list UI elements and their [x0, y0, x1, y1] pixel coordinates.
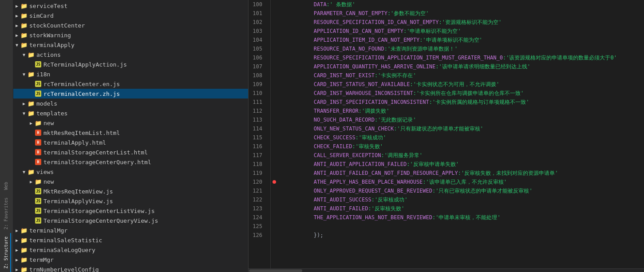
code-line: APPLICATION_QUANTITY_HAS_ARRIVE_ONLINE:'… — [275, 62, 644, 71]
tree-item-terminaSaleLogQuery[interactable]: ▶📁terminaSaleLogQuery — [13, 245, 248, 255]
line-number: 106 — [249, 53, 266, 62]
code-token: CALL_SERVER_EXCEPTION — [314, 151, 381, 160]
code-token: }); — [314, 231, 324, 240]
code-token: :' 条数据' — [327, 0, 356, 9]
tree-item-stockCountCenter[interactable]: ▶📁stockCountCenter — [13, 20, 248, 30]
code-token: :'未查询到资源申请单数据！' — [384, 44, 458, 53]
tree-item-TerminalStorageCenterQueryView.js[interactable]: JSTerminalStorageCenterQueryView.js — [13, 216, 248, 225]
tree-item-terminalSaleStatistic[interactable]: ▶📁terminalSaleStatistic — [13, 235, 248, 245]
tree-item-templates[interactable]: ▼📁templates — [13, 108, 248, 118]
code-token: :'申请单项标识不能为空' — [419, 35, 482, 44]
vtab-web[interactable]: Web — [2, 180, 11, 193]
tree-item-trmNumberLevelConfig[interactable]: ▶📁trmNumberLevelConfig — [13, 264, 248, 272]
code-token: APPLICATION_QUANTITY_HAS_ARRIVE_ONLINE — [314, 62, 436, 71]
tree-item-actions[interactable]: ▼📁actions — [13, 50, 248, 59]
tree-item-terminalApply[interactable]: ▼📁terminalApply — [13, 40, 248, 50]
folder-icon: 📁 — [28, 110, 35, 117]
line-number: 107 — [249, 62, 266, 71]
code-line: TRANSFER_ERROR:'调拨失败' — [275, 106, 644, 115]
tree-arrow: ▶ — [13, 13, 20, 18]
code-token: CARD_INST_NOT_EXIST — [314, 71, 375, 80]
tree-item-terminalStorageCenterList.html[interactable]: HterminalStorageCenterList.html — [13, 147, 248, 157]
code-token: :'调用服务异常' — [381, 151, 423, 160]
tree-item-TerminalApplyView.js[interactable]: JSTerminalApplyView.js — [13, 196, 248, 206]
folder-icon: 📁 — [20, 266, 28, 272]
tree-item-terminalApply.html[interactable]: HterminalApply.html — [13, 138, 248, 147]
js-file-icon: JS — [35, 80, 42, 87]
file-tree-sidebar: ▶📁serviceTest▶📁simCard▶📁stockCountCenter… — [13, 0, 249, 272]
tree-arrow: ▶ — [28, 121, 35, 126]
tree-item-label: terminalSaleStatistic — [29, 237, 245, 244]
tree-item-label: new — [43, 120, 245, 126]
code-line: CHECK_FAILED:'审核失败' — [275, 142, 644, 151]
tree-item-label: views — [36, 169, 245, 175]
tree-item-label: RcTerminalApplyAction.js — [43, 61, 245, 68]
code-content: 1001011021031041051061071081091101111121… — [249, 0, 644, 268]
horizontal-scrollbar[interactable] — [249, 268, 644, 272]
code-token: :'该申请单已入库，不允许反审核' — [423, 177, 507, 186]
tree-item-termMgr[interactable]: ▶📁termMgr — [13, 255, 248, 264]
code-indent — [275, 71, 314, 80]
tree-arrow: ▶ — [28, 179, 35, 184]
code-indent — [275, 186, 314, 195]
tree-item-new[interactable]: ▶📁new — [13, 118, 248, 128]
tree-item-views-new[interactable]: ▶📁new — [13, 177, 248, 186]
tree-item-models[interactable]: ▶📁models — [13, 99, 248, 108]
folder-icon: 📁 — [28, 168, 35, 175]
tree-item-label: TerminalStorageCenterListView.js — [43, 208, 245, 214]
tree-item-label: rcTerminalCenter.zh.js — [43, 91, 245, 97]
code-token: :'反审核成功' — [371, 195, 408, 204]
folder-icon: 📁 — [20, 32, 28, 39]
line-number: 123 — [249, 204, 266, 213]
tree-item-terminalStorageCenterQuery.html[interactable]: HterminalStorageCenterQuery.html — [13, 157, 248, 167]
tree-item-label: templates — [36, 110, 245, 117]
code-indent — [275, 27, 314, 35]
folder-icon: 📁 — [20, 237, 28, 244]
tree-item-mktResReqItemList.html[interactable]: HmktResReqItemList.html — [13, 128, 248, 138]
code-token: :'卡实例状态不为可用，不允许调拨' — [410, 80, 499, 89]
code-indent — [275, 151, 314, 160]
tree-item-rcTerminalCenter.zh.js[interactable]: JSrcTerminalCenter.zh.js — [13, 89, 248, 99]
tree-item-RcTerminalApplyAction.js[interactable]: JSRcTerminalApplyAction.js — [13, 59, 248, 69]
folder-icon: 📁 — [20, 227, 28, 234]
code-indent — [275, 9, 314, 18]
code-token: :'该资源规格对应的申请单项的数量必须大于0' — [503, 53, 617, 62]
code-indent — [275, 0, 314, 9]
code-token: :'参数不能为空' — [387, 9, 429, 18]
tree-item-storkWarning[interactable]: ▶📁storkWarning — [13, 30, 248, 40]
line-number: 118 — [249, 160, 266, 169]
tree-item-label: trmNumberLevelConfig — [29, 266, 245, 272]
code-token: :'申请单未审核，不能处理' — [432, 213, 501, 222]
html-file-icon: H — [35, 158, 42, 166]
code-indent — [275, 53, 314, 62]
code-line: RESOURCE_SPECIFICATION_ID_CAN_NOT_EMPTY:… — [275, 18, 644, 27]
vtab-favorites[interactable]: 2: Favorites — [2, 194, 11, 233]
tree-item-i18n[interactable]: ▼📁i18n — [13, 69, 248, 79]
tree-item-terminalMgr[interactable]: ▶📁terminalMgr — [13, 225, 248, 235]
line-number: 111 — [249, 98, 266, 106]
line-number: 124 — [249, 213, 266, 222]
tree-item-TerminalStorageCenterListView.js[interactable]: JSTerminalStorageCenterListView.js — [13, 206, 248, 216]
tree-item-simCard[interactable]: ▶📁simCard — [13, 11, 248, 20]
code-line: CHECK_SUCCESS:'审核成功' — [275, 133, 644, 142]
tree-arrow: ▶ — [20, 101, 28, 106]
code-token: :'反审核失败' — [368, 204, 405, 213]
tree-item-MktResReqItemView.js[interactable]: JSMktResReqItemView.js — [13, 186, 248, 196]
vtab-structure[interactable]: Z: Structure — [2, 233, 11, 272]
tree-item-views[interactable]: ▼📁views — [13, 167, 248, 177]
code-line: }); — [275, 231, 644, 240]
tree-item-rcTerminalCenter.en.js[interactable]: JSrcTerminalCenter.en.js — [13, 79, 248, 89]
code-token: ONLY_APPROVED_REQUEST_CAN_BE_REVIEWED — [314, 186, 432, 195]
tree-arrow: ▶ — [13, 228, 20, 233]
code-line: ANTI_AUDIT_FAILED_CAN_NOT_FIND_RESOURCE_… — [275, 169, 644, 177]
line-number: 126 — [249, 231, 266, 240]
code-line: THE_APPLICATION_HAS_NOT_BEEN_REVIEWED:'申… — [275, 213, 644, 222]
code-indent — [275, 195, 314, 204]
tree-item-label: storkWarning — [29, 32, 245, 39]
folder-icon: 📁 — [35, 119, 42, 126]
tree-item-serviceTest[interactable]: ▶📁serviceTest — [13, 1, 248, 11]
code-token: CHECK_FAILED — [314, 142, 352, 151]
code-token: NO_SUCH_DATA_RECORD — [314, 115, 375, 124]
tree-item-label: mktResReqItemList.html — [43, 130, 245, 136]
scrollbar-thumb[interactable] — [249, 269, 302, 272]
